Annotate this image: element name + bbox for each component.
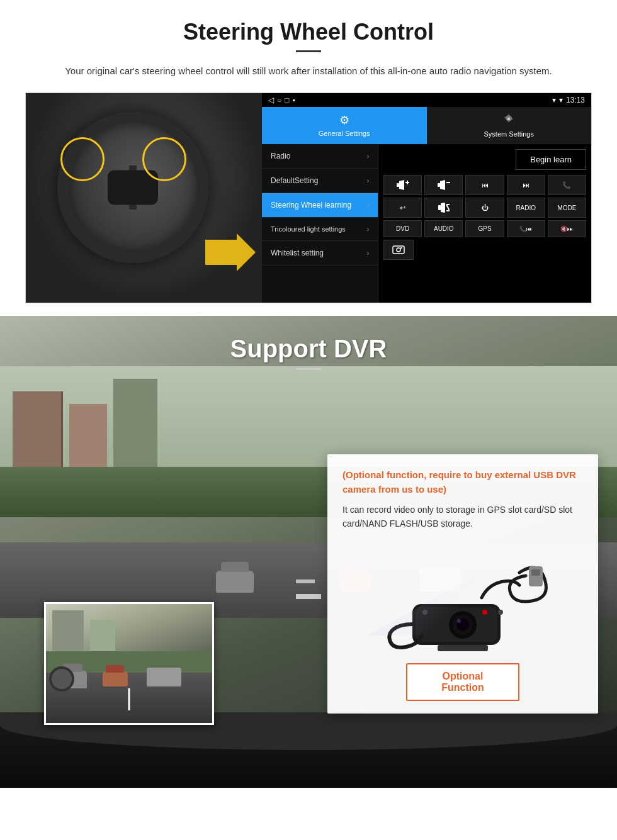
tab-system-label: System Settings [484, 130, 534, 138]
arrow-icon [205, 233, 256, 271]
recent-icon: □ [285, 96, 289, 104]
dvr-divider [296, 368, 321, 370]
steering-section: Steering Wheel Control Your original car… [0, 0, 617, 316]
tab-general-settings[interactable]: ⚙ General Settings [262, 107, 427, 144]
menu-item-steering-learning[interactable]: Steering Wheel learning › [262, 193, 378, 218]
chevron-icon: › [367, 177, 369, 184]
road-line [128, 688, 130, 710]
ctrl-dvd[interactable]: DVD [383, 220, 422, 237]
menu-item-whitelist[interactable]: Whitelist setting › [262, 241, 378, 266]
ctrl-phone-prev[interactable]: 📞⏮ [507, 220, 545, 237]
ctrl-radio[interactable]: RADIO [507, 198, 545, 218]
svg-rect-18 [531, 569, 540, 576]
menu-item-radio[interactable]: Radio › [262, 144, 378, 169]
circle-highlight-right [142, 137, 186, 181]
begin-learn-button[interactable]: Begin learn [516, 149, 586, 170]
ctrl-hangup[interactable]: ↩ [383, 198, 422, 218]
steering-wheel [57, 112, 208, 263]
chevron-icon: › [367, 153, 369, 160]
status-bar: ◁ ○ □ ▪ ▾ ▾ 13:13 [262, 93, 591, 107]
svg-line-13 [446, 204, 450, 211]
ctrl-gps[interactable]: GPS [465, 220, 504, 237]
dvr-section: Support DVR (Optional functio [0, 316, 617, 788]
svg-marker-3 [399, 180, 404, 190]
tab-system-settings[interactable]: System Settings [427, 107, 592, 144]
svg-rect-28 [438, 645, 488, 651]
title-divider [296, 50, 321, 52]
dvr-title: Support DVR [25, 335, 592, 363]
svg-marker-10 [441, 203, 445, 213]
chevron-icon: › [367, 226, 369, 233]
ctrl-audio[interactable]: AUDIO [424, 220, 463, 237]
tab-general-label: General Settings [319, 130, 370, 137]
svg-marker-0 [205, 233, 256, 271]
dvr-thumbnail [44, 602, 214, 725]
android-tabs[interactable]: ⚙ General Settings System Settings [262, 107, 591, 144]
steering-photo [26, 93, 262, 303]
begin-learn-row: Begin learn [383, 149, 586, 170]
optional-function-button[interactable]: Optional Function [406, 663, 519, 701]
control-content-area: Begin learn ⏮ ⏭ [378, 144, 591, 303]
dvr-description: It can record video only to storage in G… [342, 503, 583, 531]
svg-rect-9 [438, 205, 441, 210]
general-settings-icon: ⚙ [339, 113, 349, 127]
svg-rect-16 [400, 247, 402, 249]
ctrl-phone[interactable]: 📞 [548, 175, 586, 195]
ctrl-mute-next[interactable]: 🔇⏭ [548, 220, 586, 237]
circle-highlight-left [60, 137, 105, 181]
svg-rect-2 [397, 183, 399, 187]
menu-item-defaultsetting[interactable]: DefaultSetting › [262, 169, 378, 193]
chevron-icon: › [367, 202, 369, 209]
svg-point-27 [498, 610, 503, 615]
app-icon: ▪ [293, 96, 295, 104]
ctrl-mute[interactable] [424, 198, 463, 218]
svg-rect-6 [438, 183, 440, 187]
ctrl-mode[interactable]: MODE [548, 198, 586, 218]
svg-marker-7 [440, 180, 445, 190]
dvr-title-area: Support DVR [0, 316, 617, 376]
ctrl-vol-down[interactable] [424, 175, 463, 195]
svg-rect-17 [529, 566, 543, 586]
signal-icon: ▾ [552, 96, 556, 104]
status-time: 13:13 [566, 96, 585, 104]
menu-item-tricoloured[interactable]: Tricoloured light settings › [262, 218, 378, 241]
steering-subtitle: Your original car's steering wheel contr… [50, 64, 567, 79]
menu-list: Radio › DefaultSetting › Steering Wheel … [262, 144, 378, 303]
control-row-3: DVD AUDIO GPS 📞⏮ 🔇⏭ [383, 220, 586, 237]
steering-demo-area: ◁ ○ □ ▪ ▾ ▾ 13:13 ⚙ General Settings [25, 92, 592, 303]
svg-point-15 [397, 248, 400, 252]
back-icon: ◁ [268, 96, 274, 104]
steering-bg [26, 93, 262, 303]
ctrl-vol-up[interactable] [383, 175, 422, 195]
ctrl-prev[interactable]: ⏮ [465, 175, 504, 195]
dvr-camera-area [342, 541, 583, 654]
control-grid: ⏮ ⏭ 📞 ↩ ⏻ RADIO MODE [383, 175, 586, 260]
system-settings-icon [503, 113, 514, 128]
home-icon: ○ [277, 96, 281, 104]
chevron-icon: › [367, 250, 369, 257]
dvr-optional-text: (Optional function, require to buy exter… [342, 468, 583, 496]
menu-area: Radio › DefaultSetting › Steering Wheel … [262, 144, 591, 303]
android-panel: ◁ ○ □ ▪ ▾ ▾ 13:13 ⚙ General Settings [262, 93, 591, 303]
ctrl-power[interactable]: ⏻ [465, 198, 504, 218]
control-row-4 [383, 240, 586, 260]
steering-title: Steering Wheel Control [25, 19, 592, 45]
ctrl-next[interactable]: ⏭ [507, 175, 545, 195]
wifi-icon: ▾ [559, 96, 563, 104]
control-row-1: ⏮ ⏭ 📞 [383, 175, 586, 195]
thumb-inner [46, 604, 212, 723]
ctrl-dvr-icon[interactable] [383, 240, 414, 260]
svg-rect-14 [393, 246, 404, 254]
dvr-info-card: (Optional function, require to buy exter… [327, 454, 598, 714]
control-row-2: ↩ ⏻ RADIO MODE [383, 198, 586, 218]
svg-point-25 [482, 610, 487, 615]
